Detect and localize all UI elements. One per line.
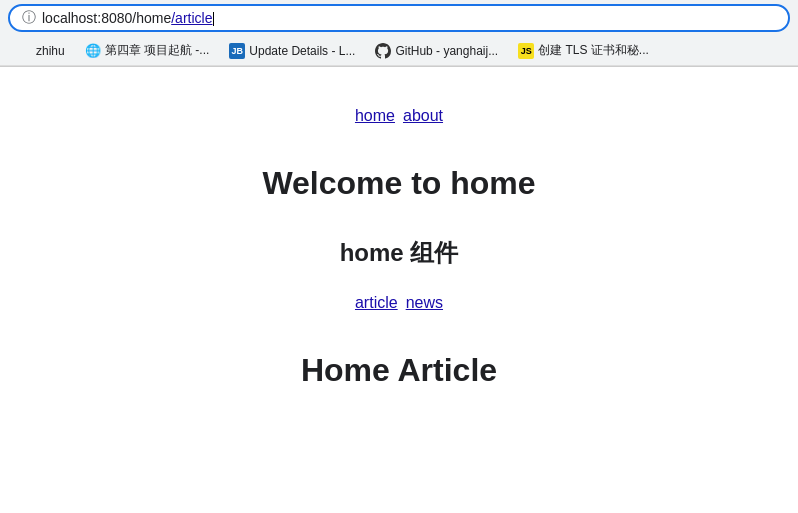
bookmark-jb[interactable]: JB Update Details - L... [221, 41, 363, 61]
address-text: localhost:8080/home/article [42, 10, 214, 26]
address-highlighted: /article [171, 10, 212, 26]
bookmark-chapter4[interactable]: 🌐 第四章 项目起航 -... [77, 40, 218, 61]
bookmark-github[interactable]: GitHub - yanghaij... [367, 41, 506, 61]
page-content: home about Welcome to home home 组件 artic… [0, 67, 798, 389]
zhihu-icon [16, 43, 32, 59]
globe-icon: 🌐 [85, 43, 101, 59]
bookmark-zhihu[interactable]: zhihu [8, 41, 73, 61]
address-prefix: localhost:8080/home [42, 10, 171, 26]
sub-nav: article news [355, 294, 443, 312]
bookmark-js[interactable]: JS 创建 TLS 证书和秘... [510, 40, 657, 61]
bookmark-github-label: GitHub - yanghaij... [395, 44, 498, 58]
jb-icon: JB [229, 43, 245, 59]
bookmark-chapter4-label: 第四章 项目起航 -... [105, 42, 210, 59]
info-icon: ⓘ [22, 9, 36, 27]
browser-chrome: ⓘ localhost:8080/home/article zhihu 🌐 第四… [0, 0, 798, 67]
main-title: Welcome to home [262, 165, 535, 202]
address-bar[interactable]: ⓘ localhost:8080/home/article [8, 4, 790, 32]
article-title: Home Article [301, 352, 497, 389]
top-nav: home about [355, 107, 443, 125]
bookmark-jb-label: Update Details - L... [249, 44, 355, 58]
about-nav-link[interactable]: about [403, 107, 443, 125]
text-cursor [213, 12, 214, 26]
bookmark-zhihu-label: zhihu [36, 44, 65, 58]
home-nav-link[interactable]: home [355, 107, 395, 125]
address-bar-row: ⓘ localhost:8080/home/article [0, 0, 798, 36]
bookmarks-bar: zhihu 🌐 第四章 项目起航 -... JB Update Details … [0, 36, 798, 66]
github-icon [375, 43, 391, 59]
component-title: home 组件 [340, 237, 459, 269]
article-nav-link[interactable]: article [355, 294, 398, 312]
news-nav-link[interactable]: news [406, 294, 443, 312]
js-icon: JS [518, 43, 534, 59]
bookmark-js-label: 创建 TLS 证书和秘... [538, 42, 649, 59]
